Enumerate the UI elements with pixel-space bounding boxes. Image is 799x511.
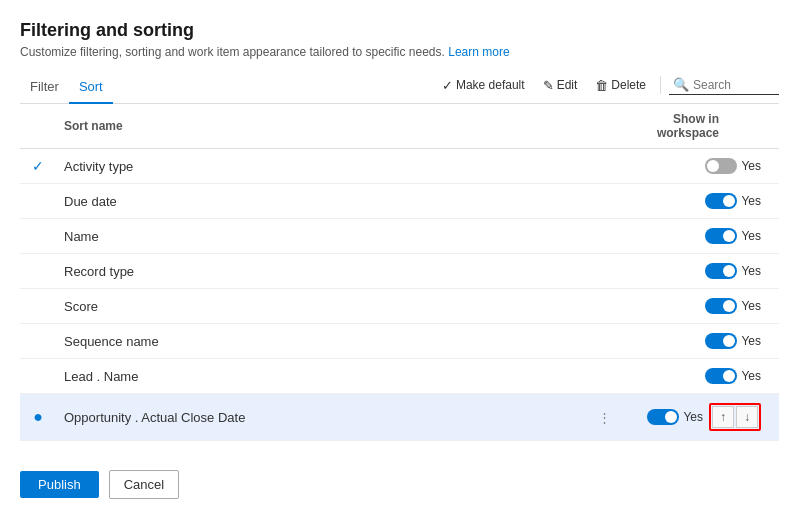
col-dots-header [589, 104, 619, 149]
row-more-menu [589, 254, 619, 289]
row-check[interactable] [20, 184, 56, 219]
row-sort-name: Record type [56, 254, 589, 289]
row-show-workspace: Yes↑↓ [619, 394, 779, 441]
row-check[interactable] [20, 289, 56, 324]
row-show-workspace: Yes [619, 149, 779, 184]
reorder-arrows: ↑↓ [709, 403, 761, 431]
toggle-label: Yes [683, 410, 703, 424]
toggle-label: Yes [741, 229, 761, 243]
col-check-header [20, 104, 56, 149]
tabs: Filter Sort [20, 73, 113, 103]
checkmark-icon: ✓ [442, 78, 453, 93]
table-row: ✓Activity typeYes [20, 149, 779, 184]
table-row: Sequence nameYes [20, 324, 779, 359]
toggle-label: Yes [741, 299, 761, 313]
row-check[interactable] [20, 254, 56, 289]
row-more-menu [589, 184, 619, 219]
table-row: ScoreYes [20, 289, 779, 324]
row-check[interactable]: ✓ [20, 149, 56, 184]
row-more-menu [589, 324, 619, 359]
move-up-button[interactable]: ↑ [712, 406, 734, 428]
tab-sort[interactable]: Sort [69, 73, 113, 104]
show-toggle[interactable]: Yes [705, 333, 761, 349]
check-icon: ✓ [32, 158, 44, 174]
learn-more-link[interactable]: Learn more [448, 45, 509, 59]
toggle-label: Yes [741, 194, 761, 208]
row-show-workspace: Yes [619, 184, 779, 219]
row-more-menu [589, 359, 619, 394]
delete-button[interactable]: 🗑 Delete [589, 75, 652, 96]
row-show-workspace: Yes [619, 324, 779, 359]
page-subtitle: Customize filtering, sorting and work it… [20, 45, 779, 59]
row-sort-name: Activity type [56, 149, 589, 184]
table-row: NameYes [20, 219, 779, 254]
row-show-workspace: Yes [619, 254, 779, 289]
row-sort-name: Opportunity . Actual Close Date [56, 394, 589, 441]
table-row: ●Opportunity . Actual Close Date⋮Yes↑↓ [20, 394, 779, 441]
show-toggle[interactable]: Yes [705, 228, 761, 244]
toggle-label: Yes [741, 334, 761, 348]
row-sort-name: Sequence name [56, 324, 589, 359]
table-row: Record typeYes [20, 254, 779, 289]
tab-filter[interactable]: Filter [20, 73, 69, 104]
row-more-menu [589, 289, 619, 324]
col-sort-name-header: Sort name [56, 104, 589, 149]
row-show-workspace: Yes [619, 219, 779, 254]
table-row: Lead . NameYes [20, 359, 779, 394]
edit-icon: ✎ [543, 78, 554, 93]
publish-button[interactable]: Publish [20, 471, 99, 498]
edit-button[interactable]: ✎ Edit [537, 75, 584, 96]
show-toggle[interactable]: Yes [705, 298, 761, 314]
row-more-menu[interactable]: ⋮ [589, 394, 619, 441]
search-icon: 🔍 [673, 77, 689, 92]
show-toggle[interactable]: Yes [705, 193, 761, 209]
trash-icon: 🗑 [595, 78, 608, 93]
page-title: Filtering and sorting [20, 20, 779, 41]
table-area: Sort name Show in workspace ✓Activity ty… [20, 104, 779, 458]
show-toggle[interactable]: Yes [705, 263, 761, 279]
toggle-label: Yes [741, 369, 761, 383]
row-show-workspace: Yes [619, 289, 779, 324]
row-sort-name: Due date [56, 184, 589, 219]
search-box: 🔍 [669, 75, 779, 95]
cancel-button[interactable]: Cancel [109, 470, 179, 499]
make-default-button[interactable]: ✓ Make default [436, 75, 531, 96]
col-show-header: Show in workspace [619, 104, 779, 149]
row-more-menu [589, 219, 619, 254]
row-more-menu [589, 149, 619, 184]
row-check[interactable] [20, 219, 56, 254]
toolbar-separator [660, 76, 661, 94]
row-sort-name: Lead . Name [56, 359, 589, 394]
show-toggle[interactable]: Yes [705, 158, 761, 174]
row-check[interactable] [20, 324, 56, 359]
move-down-button[interactable]: ↓ [736, 406, 758, 428]
row-sort-name: Name [56, 219, 589, 254]
search-input[interactable] [693, 78, 773, 92]
toolbar-right: ✓ Make default ✎ Edit 🗑 Delete 🔍 [436, 75, 779, 102]
row-check[interactable] [20, 359, 56, 394]
tabs-toolbar: Filter Sort ✓ Make default ✎ Edit 🗑 Dele… [20, 73, 779, 104]
row-sort-name: Score [56, 289, 589, 324]
row-show-workspace: Yes [619, 359, 779, 394]
row-check[interactable]: ● [20, 394, 56, 441]
footer: Publish Cancel [20, 458, 779, 511]
show-toggle[interactable]: Yes [647, 409, 703, 425]
table-row: Due dateYes [20, 184, 779, 219]
toggle-label: Yes [741, 159, 761, 173]
show-toggle[interactable]: Yes [705, 368, 761, 384]
sort-table: Sort name Show in workspace ✓Activity ty… [20, 104, 779, 441]
toggle-label: Yes [741, 264, 761, 278]
